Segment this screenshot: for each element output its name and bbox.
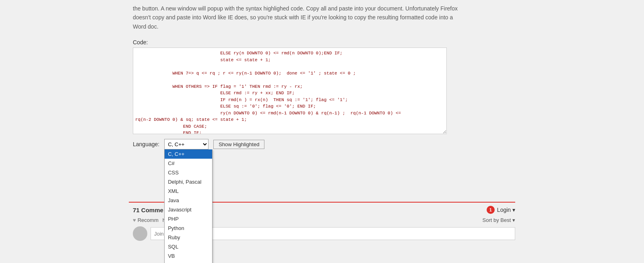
login-arrow: ▾: [512, 207, 515, 213]
page-wrapper: the button. A new window will popup with…: [0, 0, 644, 263]
code-section: Code: Language: C, C++C#CSSDelphi, Pasca…: [129, 39, 515, 149]
content-area: the button. A new window will popup with…: [121, 0, 523, 241]
intro-line-3: Word doc.: [133, 22, 515, 31]
dropdown-item[interactable]: C, C++: [165, 149, 212, 159]
dropdown-item[interactable]: VB: [165, 251, 212, 261]
dropdown-item[interactable]: Javascript: [165, 205, 212, 214]
dropdown-item[interactable]: Python: [165, 224, 212, 233]
language-dropdown: C, C++C#CSSDelphi, PascalXMLJavaJavascri…: [164, 149, 213, 263]
intro-text: the button. A new window will popup with…: [133, 0, 515, 33]
dropdown-item[interactable]: CSS: [165, 168, 212, 177]
recommend-button[interactable]: ♥ Recomm: [133, 217, 159, 223]
dropdown-item[interactable]: C#: [165, 159, 212, 168]
heart-icon: ♥: [133, 217, 136, 223]
language-section: Language: C, C++C#CSSDelphi, PascalXMLJa…: [133, 139, 515, 149]
code-textarea[interactable]: [133, 48, 447, 134]
sort-button[interactable]: Sort by Best ▾: [483, 217, 515, 223]
dropdown-item[interactable]: HTML: [165, 261, 212, 263]
language-select[interactable]: C, C++C#CSSDelphi, PascalXMLJavaJavascri…: [164, 139, 208, 149]
avatar: [133, 226, 147, 241]
comments-count: 71 Comme: [133, 207, 163, 213]
notification-badge: 1: [487, 206, 495, 214]
intro-line-1: the button. A new window will popup with…: [133, 4, 515, 13]
sort-label: Sort by Best: [483, 217, 511, 223]
dropdown-item[interactable]: Java: [165, 196, 212, 205]
login-button[interactable]: Login ▾: [497, 207, 515, 213]
code-label: Code:: [133, 39, 515, 46]
dropdown-item[interactable]: Delphi, Pascal: [165, 177, 212, 186]
login-area: 1 Login ▾: [487, 206, 515, 214]
show-highlighted-button[interactable]: Show Highlighted: [213, 140, 264, 149]
code-container: [133, 48, 447, 134]
login-label: Login: [497, 207, 511, 213]
sort-arrow: ▾: [512, 217, 515, 223]
recommend-label: Recomm: [138, 217, 159, 223]
dropdown-item[interactable]: PHP: [165, 214, 212, 224]
language-select-wrapper: C, C++C#CSSDelphi, PascalXMLJavaJavascri…: [164, 139, 208, 149]
dropdown-item[interactable]: XML: [165, 186, 212, 196]
dropdown-item[interactable]: Ruby: [165, 233, 212, 242]
dropdown-item[interactable]: SQL: [165, 242, 212, 251]
language-label: Language:: [133, 141, 159, 147]
intro-line-2: doesn't copy and paste into Word like IE…: [133, 13, 515, 22]
